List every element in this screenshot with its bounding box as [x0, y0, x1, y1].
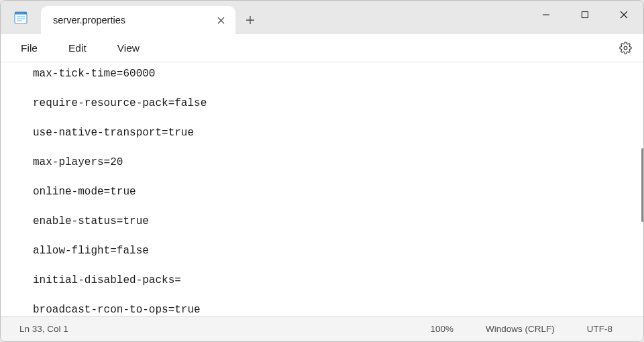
editor-area: max-tick-time=60000 require-resource-pac…	[1, 62, 643, 316]
status-cursor-position[interactable]: Ln 33, Col 1	[15, 324, 85, 334]
editor-line: use-native-transport=true	[33, 125, 643, 140]
tab-active[interactable]: server.properties	[41, 6, 235, 34]
tab-close-button[interactable]	[213, 12, 229, 28]
minimize-icon	[542, 11, 550, 19]
menu-edit[interactable]: Edit	[60, 38, 95, 58]
editor-line: max-tick-time=60000	[33, 66, 643, 81]
scrollbar-thumb[interactable]	[641, 148, 643, 222]
titlebar: server.properties	[1, 1, 643, 34]
minimize-button[interactable]	[527, 1, 566, 29]
new-tab-button[interactable]	[235, 6, 265, 34]
editor-line: broadcast-rcon-to-ops=true	[33, 302, 643, 316]
status-line-ending[interactable]: Windows (CRLF)	[470, 324, 571, 334]
statusbar: Ln 33, Col 1 100% Windows (CRLF) UTF-8	[1, 316, 643, 341]
maximize-icon	[581, 11, 589, 19]
settings-button[interactable]	[614, 37, 637, 60]
svg-point-3	[19, 13, 19, 13]
maximize-button[interactable]	[566, 1, 604, 29]
editor-line: initial-disabled-packs=	[33, 273, 643, 288]
close-window-button[interactable]	[604, 1, 643, 29]
close-icon	[620, 11, 628, 19]
editor-line: enable-status=true	[33, 214, 643, 229]
menu-file[interactable]: File	[13, 38, 46, 58]
close-icon	[217, 17, 225, 24]
editor-line: online-mode=true	[33, 184, 643, 199]
status-zoom[interactable]: 100%	[414, 324, 470, 334]
menu-view[interactable]: View	[109, 38, 148, 58]
svg-point-5	[23, 13, 23, 13]
editor-line: require-resource-pack=false	[33, 96, 643, 111]
app-icon	[1, 1, 41, 34]
status-encoding[interactable]: UTF-8	[571, 324, 629, 334]
plus-icon	[246, 15, 255, 25]
editor-line: allow-flight=false	[33, 243, 643, 258]
svg-point-2	[17, 13, 17, 13]
tabstrip: server.properties	[41, 1, 527, 34]
svg-rect-14	[582, 12, 588, 18]
svg-point-4	[21, 13, 21, 13]
editor-line: max-players=20	[33, 155, 643, 170]
menubar: File Edit View	[1, 34, 643, 62]
svg-point-17	[624, 46, 627, 50]
text-editor[interactable]: max-tick-time=60000 require-resource-pac…	[1, 62, 643, 316]
window-controls	[527, 1, 643, 34]
notepad-window: server.properties	[0, 0, 644, 342]
gear-icon	[619, 42, 632, 54]
tab-title: server.properties	[53, 15, 125, 25]
